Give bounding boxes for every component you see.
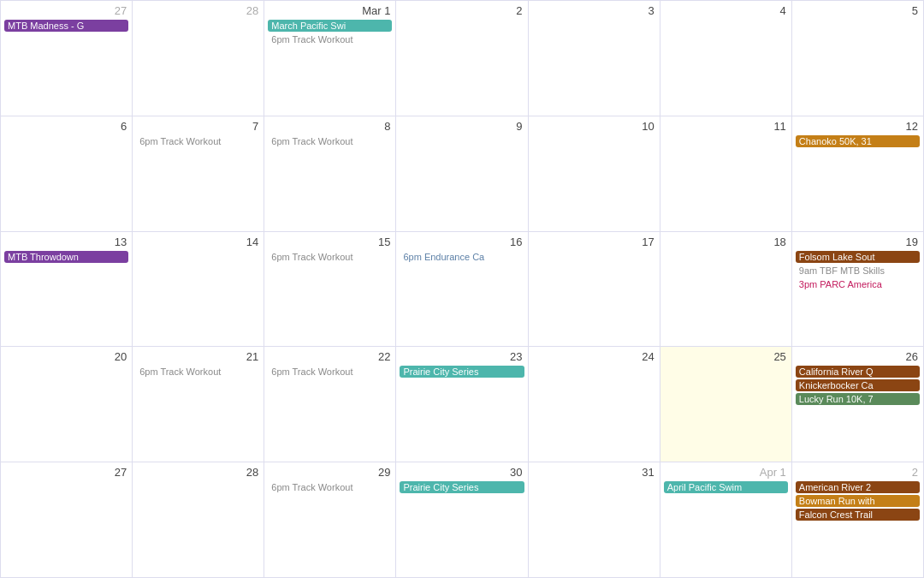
event-w2-d3-e0[interactable]: 6pm Endurance Ca xyxy=(400,251,524,263)
event-w4-d6-e0[interactable]: American River 2 xyxy=(796,481,920,493)
day-cell-w2-d0[interactable]: 13MTB Throwdown xyxy=(1,232,133,348)
event-w3-d2-e0[interactable]: 6pm Track Workout xyxy=(268,366,392,378)
event-w1-d1-e0[interactable]: 6pm Track Workout xyxy=(136,135,260,147)
day-number: 29 xyxy=(268,466,392,479)
event-w0-d0-e0[interactable]: MTB Madness - G xyxy=(4,20,128,32)
day-number: 27 xyxy=(4,466,128,479)
day-cell-w1-d6[interactable]: 12Chanoko 50K, 31 xyxy=(792,116,924,232)
day-number: 30 xyxy=(400,466,524,479)
event-w2-d6-e1[interactable]: 9am TBF MTB Skills xyxy=(796,265,920,277)
day-cell-w0-d5[interactable]: 4 xyxy=(660,1,792,116)
day-number: 27 xyxy=(4,4,128,17)
day-number: 11 xyxy=(664,120,788,133)
day-number: Mar 1 xyxy=(268,4,392,17)
day-cell-w3-d5[interactable]: 25 xyxy=(660,347,792,462)
day-cell-w3-d6[interactable]: 26California River QKnickerbocker CaLuck… xyxy=(792,347,924,462)
event-w0-d2-e1[interactable]: 6pm Track Workout xyxy=(268,33,392,45)
event-w4-d5-e0[interactable]: April Pacific Swim xyxy=(664,481,788,493)
day-number: 31 xyxy=(532,466,656,479)
day-number: 3 xyxy=(532,4,656,17)
event-w4-d3-e0[interactable]: Prairie City Series xyxy=(400,481,524,493)
day-number: 18 xyxy=(664,235,788,248)
day-cell-w2-d6[interactable]: 19Folsom Lake Sout9am TBF MTB Skills3pm … xyxy=(792,232,924,348)
day-cell-w0-d3[interactable]: 2 xyxy=(396,1,528,116)
day-cell-w1-d4[interactable]: 10 xyxy=(529,116,660,232)
day-cell-w3-d4[interactable]: 24 xyxy=(529,347,660,462)
calendar-grid: 27MTB Madness - G28Mar 1March Pacific Sw… xyxy=(1,0,924,578)
day-cell-w1-d3[interactable]: 9 xyxy=(396,116,528,232)
day-cell-w4-d6[interactable]: 2American River 2Bowman Run withFalcon C… xyxy=(792,462,924,578)
day-cell-w3-d2[interactable]: 226pm Track Workout xyxy=(264,347,396,462)
day-number: 10 xyxy=(532,120,656,133)
event-w4-d6-e1[interactable]: Bowman Run with xyxy=(796,495,920,507)
event-w4-d2-e0[interactable]: 6pm Track Workout xyxy=(268,481,392,493)
day-cell-w2-d5[interactable]: 18 xyxy=(660,232,792,348)
day-cell-w3-d1[interactable]: 216pm Track Workout xyxy=(133,347,264,462)
day-cell-w2-d1[interactable]: 14 xyxy=(133,232,264,348)
day-number: 13 xyxy=(4,235,128,248)
day-cell-w2-d3[interactable]: 166pm Endurance Ca xyxy=(396,232,528,348)
day-number: 16 xyxy=(400,235,524,248)
day-number: 14 xyxy=(136,235,260,248)
day-number: 28 xyxy=(136,466,260,479)
event-w2-d2-e0[interactable]: 6pm Track Workout xyxy=(268,251,392,263)
day-cell-w0-d2[interactable]: Mar 1March Pacific Swi6pm Track Workout xyxy=(264,1,396,116)
event-w0-d2-e0[interactable]: March Pacific Swi xyxy=(268,20,392,32)
calendar-view: 27MTB Madness - G28Mar 1March Pacific Sw… xyxy=(0,0,924,578)
day-cell-w4-d3[interactable]: 30Prairie City Series xyxy=(396,462,528,578)
day-cell-w2-d4[interactable]: 17 xyxy=(529,232,660,348)
day-number: Apr 1 xyxy=(664,466,788,479)
day-number: 15 xyxy=(268,235,392,248)
day-cell-w1-d2[interactable]: 86pm Track Workout xyxy=(264,116,396,232)
day-number: 17 xyxy=(532,235,656,248)
day-cell-w4-d2[interactable]: 296pm Track Workout xyxy=(264,462,396,578)
day-cell-w1-d5[interactable]: 11 xyxy=(660,116,792,232)
day-cell-w0-d6[interactable]: 5 xyxy=(792,1,924,116)
event-w3-d6-e0[interactable]: California River Q xyxy=(796,366,920,378)
day-number: 12 xyxy=(796,120,920,133)
day-cell-w4-d1[interactable]: 28 xyxy=(133,462,264,578)
event-w3-d6-e2[interactable]: Lucky Run 10K, 7 xyxy=(796,393,920,405)
event-w3-d1-e0[interactable]: 6pm Track Workout xyxy=(136,366,260,378)
day-cell-w4-d5[interactable]: Apr 1April Pacific Swim xyxy=(660,462,792,578)
day-cell-w0-d1[interactable]: 28 xyxy=(133,1,264,116)
day-number: 20 xyxy=(4,350,128,363)
day-number: 8 xyxy=(268,120,392,133)
day-number: 4 xyxy=(664,4,788,17)
event-w2-d6-e2[interactable]: 3pm PARC America xyxy=(796,278,920,290)
day-number: 2 xyxy=(400,4,524,17)
day-cell-w1-d0[interactable]: 6 xyxy=(1,116,133,232)
day-number: 28 xyxy=(136,4,260,17)
day-cell-w3-d0[interactable]: 20 xyxy=(1,347,133,462)
day-cell-w4-d4[interactable]: 31 xyxy=(529,462,660,578)
event-w4-d6-e2[interactable]: Falcon Crest Trail xyxy=(796,509,920,521)
day-cell-w3-d3[interactable]: 23Prairie City Series xyxy=(396,347,528,462)
event-w3-d3-e0[interactable]: Prairie City Series xyxy=(400,366,524,378)
event-w1-d2-e0[interactable]: 6pm Track Workout xyxy=(268,135,392,147)
day-number: 22 xyxy=(268,350,392,363)
day-number: 5 xyxy=(796,4,920,17)
day-cell-w2-d2[interactable]: 156pm Track Workout xyxy=(264,232,396,348)
day-number: 6 xyxy=(4,120,128,133)
day-number: 26 xyxy=(796,350,920,363)
day-number: 2 xyxy=(796,466,920,479)
day-number: 19 xyxy=(796,235,920,248)
event-w2-d6-e0[interactable]: Folsom Lake Sout xyxy=(796,251,920,263)
event-w2-d0-e0[interactable]: MTB Throwdown xyxy=(4,251,128,263)
day-number: 24 xyxy=(532,350,656,363)
day-number: 9 xyxy=(400,120,524,133)
day-number: 7 xyxy=(136,120,260,133)
day-cell-w0-d0[interactable]: 27MTB Madness - G xyxy=(1,1,133,116)
day-number: 23 xyxy=(400,350,524,363)
day-cell-w1-d1[interactable]: 76pm Track Workout xyxy=(133,116,264,232)
day-number: 25 xyxy=(664,350,788,363)
day-number: 21 xyxy=(136,350,260,363)
event-w1-d6-e0[interactable]: Chanoko 50K, 31 xyxy=(796,135,920,147)
day-cell-w0-d4[interactable]: 3 xyxy=(529,1,660,116)
event-w3-d6-e1[interactable]: Knickerbocker Ca xyxy=(796,379,920,391)
day-cell-w4-d0[interactable]: 27 xyxy=(1,462,133,578)
